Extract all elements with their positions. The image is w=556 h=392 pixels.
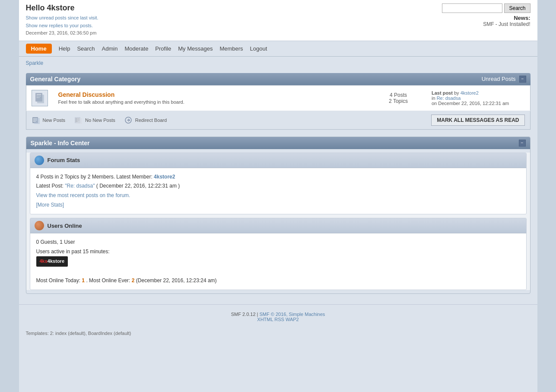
board-icon-cell (26, 85, 53, 111)
unread-label: Unread Posts (482, 76, 516, 82)
header-date: December 23, 2016, 02:36:50 pm (26, 30, 97, 35)
news-label: News: (514, 15, 530, 21)
users-icon (35, 221, 44, 230)
users-online-title: Users Online (48, 223, 82, 229)
greeting-title: Hello 4kstore (26, 3, 98, 13)
nav-home[interactable]: Home (26, 44, 52, 54)
xhtml-link[interactable]: XHTML (257, 317, 273, 322)
most-online-ever-label: . Most Online Ever: (86, 277, 130, 284)
board-name-cell: General Discussion Feel free to talk abo… (53, 85, 371, 111)
board-name-link[interactable]: General Discussion (58, 91, 115, 98)
nav-admin[interactable]: Admin (102, 45, 118, 52)
collapse-category-button[interactable]: − (519, 76, 526, 83)
online-count: 0 Guests, 1 User (36, 239, 75, 245)
document-icon (34, 92, 46, 104)
last-post-label: Last post (432, 90, 453, 96)
legend-items: New Posts No New Posts (32, 116, 167, 124)
forum-stats-section: Forum Stats 4 Posts in 2 Topics by 2 Mem… (30, 153, 527, 214)
nav-members[interactable]: Members (219, 45, 243, 52)
breadcrumb-link[interactable]: Sparkle (26, 60, 44, 66)
latest-post-label: Latest Post: (36, 183, 64, 189)
users-online-header: Users Online (30, 218, 526, 233)
forum-stats-title: Forum Stats (48, 157, 80, 163)
wap2-link[interactable]: WAP2 (286, 317, 299, 322)
search-input[interactable] (442, 3, 502, 13)
active-label: Users active in past 15 minutes: (36, 249, 110, 255)
forum-stats-header: Forum Stats (30, 153, 526, 168)
info-center-header: Sparkle - Info Center − (26, 137, 530, 149)
show-unread-link[interactable]: Show unread posts since last visit. (26, 15, 98, 20)
redirect-board-icon (124, 116, 133, 124)
search-button[interactable]: Search (504, 3, 530, 13)
board-description: Feel free to talk about anything and eve… (58, 99, 365, 105)
category-title: General Category (30, 76, 81, 83)
board-table: General Discussion Feel free to talk abo… (26, 85, 531, 111)
info-center-body: Forum Stats 4 Posts in 2 Topics by 2 Mem… (26, 153, 530, 290)
smf-version: SMF 2.0.12 (231, 312, 256, 317)
forum-stats-text: 4 Posts in 2 Topics by 2 Members. Latest… (36, 174, 153, 180)
rss-link[interactable]: RSS (274, 317, 284, 322)
nav-moderate[interactable]: Moderate (124, 45, 148, 52)
breadcrumb: Sparkle (19, 57, 537, 70)
nav-profile[interactable]: Profile (155, 45, 171, 52)
board-icon (32, 90, 48, 106)
user-badge: 4ks4kstore (36, 256, 68, 267)
svg-rect-14 (76, 118, 82, 124)
legend-no-new-posts: No New Posts (74, 116, 115, 124)
info-center: Sparkle - Info Center − Forum Stats 4 Po… (26, 137, 531, 294)
header-greeting: Hello 4kstore Show unread posts since la… (26, 3, 98, 37)
last-post-user-link[interactable]: 4kstore2 (461, 90, 479, 96)
most-online-today: 1 (82, 277, 85, 284)
board-stats-cell: 4 Posts 2 Topics (370, 85, 426, 111)
new-posts-icon (32, 116, 40, 124)
last-post-date: on December 22, 2016, 12:22:31 am (432, 101, 509, 106)
most-online-ever-date: (December 22, 2016, 12:23:24 am) (136, 277, 217, 284)
footer-templates: Templates: 2: index (default), BoardInde… (19, 329, 537, 338)
board-last-post-cell: Last post by 4kstore2 in Re: dsadsa on D… (426, 85, 530, 111)
forum-stats-body: 4 Posts in 2 Topics by 2 Members. Latest… (30, 168, 526, 214)
svg-rect-4 (37, 95, 44, 103)
latest-post-date: ( December 22, 2016, 12:22:31 am ) (96, 183, 180, 189)
header-right: Search News: SMF - Just Installed! (442, 3, 530, 27)
view-recent-posts-link[interactable]: View the most recent posts on the forum. (36, 192, 130, 198)
user-badge-white: 4kstore (48, 258, 64, 264)
smf-link[interactable]: SMF © 2016, Simple Machines (260, 312, 325, 317)
info-center-title: Sparkle - Info Center (31, 140, 90, 147)
most-online-ever: 2 (132, 277, 135, 284)
mark-all-read-button[interactable]: MARK ALL MESSAGES AS READ (431, 115, 524, 126)
general-category: General Category Unread Posts − (26, 73, 531, 130)
no-new-posts-label: No New Posts (85, 118, 115, 123)
online-user-link[interactable]: 4ks4kstore (36, 258, 68, 264)
new-posts-label: New Posts (43, 118, 66, 123)
legend-row: New Posts No New Posts (26, 111, 531, 130)
latest-post-link[interactable]: "Re: dsadsa" (65, 183, 95, 189)
footer: SMF 2.0.12 | SMF © 2016, Simple Machines… (19, 304, 537, 329)
latest-member-link[interactable]: 4kstore2 (154, 174, 175, 180)
svg-rect-9 (34, 118, 40, 124)
nav-search[interactable]: Search (77, 45, 95, 52)
templates-text: Templates: 2: index (default), BoardInde… (26, 331, 131, 336)
news-content: SMF - Just Installed! (483, 21, 530, 27)
nav-help[interactable]: Help (59, 45, 70, 52)
legend-redirect-board: Redirect Board (124, 116, 167, 124)
globe-icon (35, 156, 44, 165)
more-stats-link[interactable]: [More Stats] (36, 202, 64, 208)
table-row: General Discussion Feel free to talk abo… (26, 85, 530, 111)
redirect-board-label: Redirect Board (135, 118, 167, 123)
board-posts: 4 Posts (390, 92, 407, 98)
no-new-posts-icon (74, 116, 83, 124)
legend-new-posts: New Posts (32, 116, 66, 124)
nav-my-messages[interactable]: My Messages (178, 45, 213, 52)
nav-bar: Home Help Search Admin Moderate Profile … (19, 41, 537, 57)
category-header: General Category Unread Posts − (26, 73, 531, 85)
most-online-today-label: Most Online Today: (36, 277, 81, 284)
nav-logout[interactable]: Logout (250, 45, 267, 52)
users-online-section: Users Online 0 Guests, 1 User Users acti… (30, 218, 527, 290)
board-topics: 2 Topics (389, 98, 408, 104)
users-online-body: 0 Guests, 1 User Users active in past 15… (30, 233, 526, 290)
user-badge-red: 4ks (40, 258, 48, 264)
last-post-topic-link[interactable]: Re: dsadsa (437, 96, 461, 101)
main-content: General Category Unread Posts − (19, 73, 537, 301)
collapse-info-center-button[interactable]: − (519, 140, 526, 147)
show-replies-link[interactable]: Show new replies to your posts. (26, 23, 93, 28)
